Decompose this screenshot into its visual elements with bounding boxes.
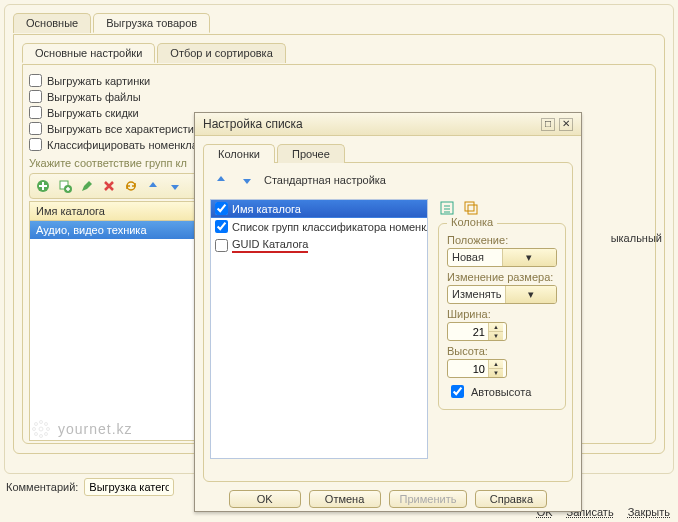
watermark: yournet.kz	[30, 418, 133, 440]
chk-autoheight[interactable]	[451, 385, 464, 398]
svg-rect-13	[465, 202, 474, 211]
flower-icon	[30, 418, 52, 440]
chevron-down-icon[interactable]: ▾	[502, 249, 557, 266]
svg-point-8	[35, 423, 38, 426]
col-row-catalog-name[interactable]: Имя каталога	[211, 200, 427, 218]
dialog-titlebar[interactable]: Настройка списка □ ✕	[195, 113, 581, 136]
cancel-button[interactable]: Отмена	[309, 490, 381, 508]
list-settings-dialog: Настройка списка □ ✕ Колонки Прочее Стан…	[194, 112, 582, 512]
watermark-text: yournet.kz	[58, 421, 133, 437]
chk-export-pictures[interactable]	[29, 74, 42, 87]
move-up-icon[interactable]	[144, 177, 162, 195]
svg-point-11	[45, 433, 48, 436]
move-down-icon[interactable]	[238, 171, 256, 189]
svg-point-10	[35, 433, 38, 436]
height-label: Высота:	[447, 345, 557, 357]
group-legend: Колонка	[447, 216, 497, 228]
dialog-buttons: OK Отмена Применить Справка	[203, 482, 573, 512]
col-label: Список групп классификатора номенкл...	[232, 221, 427, 233]
footer-close[interactable]: Закрыть	[628, 506, 670, 518]
svg-point-6	[33, 428, 36, 431]
svg-rect-14	[468, 205, 477, 214]
lbl-export-files: Выгружать файлы	[47, 91, 141, 103]
close-icon[interactable]: ✕	[559, 118, 573, 131]
tab-main[interactable]: Основные	[13, 13, 91, 33]
dialog-title-text: Настройка списка	[203, 117, 303, 131]
refresh-icon[interactable]	[122, 177, 140, 195]
chk-col-guid[interactable]	[215, 239, 228, 252]
move-up-icon[interactable]	[212, 171, 230, 189]
svg-point-7	[47, 428, 50, 431]
spin-up-icon[interactable]: ▲	[489, 323, 503, 332]
pos-label: Положение:	[447, 234, 557, 246]
chk-col-groups[interactable]	[215, 220, 228, 233]
standard-settings-link[interactable]: Стандартная настройка	[264, 174, 386, 186]
height-stepper[interactable]: ▲▼	[447, 359, 507, 378]
chk-export-characteristics[interactable]	[29, 122, 42, 135]
chk-classify[interactable]	[29, 138, 42, 151]
ok-button[interactable]: OK	[229, 490, 301, 508]
spin-up-icon[interactable]: ▲	[489, 360, 503, 369]
svg-point-9	[45, 423, 48, 426]
lbl-export-discounts: Выгружать скидки	[47, 107, 139, 119]
dialog-toolbar: Стандартная настройка	[210, 169, 566, 191]
apply-column-icon[interactable]	[438, 199, 456, 217]
svg-point-4	[40, 421, 43, 424]
help-button[interactable]: Справка	[475, 490, 547, 508]
col-row-guid[interactable]: GUID Каталога	[211, 236, 427, 256]
tab-export-goods[interactable]: Выгрузка товаров	[93, 13, 210, 33]
svg-point-5	[40, 435, 43, 438]
copy-column-icon[interactable]	[462, 199, 480, 217]
svg-point-3	[39, 427, 43, 431]
position-select[interactable]: Новая колонка ▾	[447, 248, 557, 267]
tab-basic-settings[interactable]: Основные настройки	[22, 43, 155, 63]
delete-icon[interactable]	[100, 177, 118, 195]
apply-button[interactable]: Применить	[389, 490, 468, 508]
column-group: Колонка Положение: Новая колонка ▾ Измен…	[438, 223, 566, 410]
columns-list[interactable]: Имя каталога Список групп классификатора…	[210, 199, 428, 459]
lbl-export-pictures: Выгружать картинки	[47, 75, 150, 87]
spin-down-icon[interactable]: ▼	[489, 332, 503, 340]
resize-select[interactable]: Изменять ▾	[447, 285, 557, 304]
chk-col-catalog-name[interactable]	[215, 202, 228, 215]
spin-down-icon[interactable]: ▼	[489, 369, 503, 377]
width-label: Ширина:	[447, 308, 557, 320]
chk-export-files[interactable]	[29, 90, 42, 103]
dialog-body: Колонки Прочее Стандартная настройка Имя…	[195, 136, 581, 520]
main-tab-strip: Основные Выгрузка товаров	[13, 13, 665, 33]
height-input[interactable]	[448, 360, 488, 377]
column-side: Колонка Положение: Новая колонка ▾ Измен…	[438, 199, 566, 475]
dialog-tab-strip: Колонки Прочее	[203, 144, 573, 163]
lbl-classify: Классифицировать номенкла	[47, 139, 198, 151]
move-down-icon[interactable]	[166, 177, 184, 195]
width-input[interactable]	[448, 323, 488, 340]
add-copy-icon[interactable]	[56, 177, 74, 195]
width-stepper[interactable]: ▲▼	[447, 322, 507, 341]
inner-tab-strip: Основные настройки Отбор и сортировка	[22, 43, 656, 63]
tab-columns[interactable]: Колонки	[203, 144, 275, 163]
autoheight-label: Автовысота	[471, 386, 531, 398]
chevron-down-icon[interactable]: ▾	[505, 286, 556, 303]
tab-other[interactable]: Прочее	[277, 144, 345, 163]
lbl-export-characteristics: Выгружать все характеристи	[47, 123, 194, 135]
maximize-icon[interactable]: □	[541, 118, 555, 131]
tab-filter-sort[interactable]: Отбор и сортировка	[157, 43, 285, 63]
edit-icon[interactable]	[78, 177, 96, 195]
col-label: Имя каталога	[232, 203, 301, 215]
comment-input[interactable]	[84, 478, 174, 496]
resize-value: Изменять	[448, 286, 505, 303]
col-row-groups[interactable]: Список групп классификатора номенкл...	[211, 218, 427, 236]
comment-label: Комментарий:	[6, 481, 78, 493]
chk-export-discounts[interactable]	[29, 106, 42, 119]
col-label: GUID Каталога	[232, 238, 308, 253]
resize-label: Изменение размера:	[447, 271, 557, 283]
add-icon[interactable]	[34, 177, 52, 195]
truncated-right-text: ыкальный	[611, 232, 662, 244]
columns-panel: Стандартная настройка Имя каталога Списо…	[203, 162, 573, 482]
position-value: Новая колонка	[448, 249, 502, 266]
